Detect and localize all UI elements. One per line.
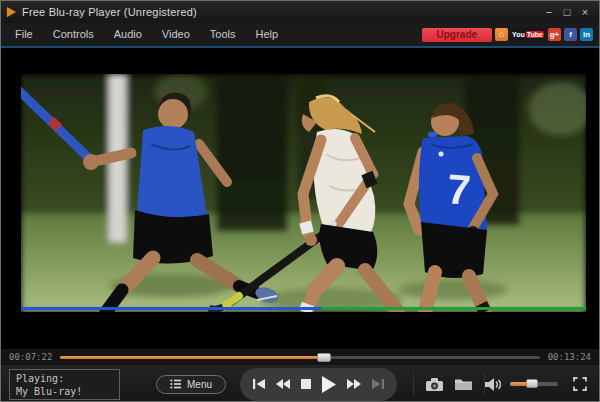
next-button[interactable] [372,379,384,389]
menu-controls[interactable]: Controls [43,23,104,46]
maximize-button[interactable]: □ [559,4,575,20]
volume-slider[interactable] [510,382,558,386]
menu-audio[interactable]: Audio [104,23,152,46]
speaker-icon[interactable] [485,378,501,391]
artifact-line-green [321,307,586,310]
title-bar: Free Blu-ray Player (Unregistered) − □ × [1,1,599,23]
upgrade-button[interactable]: Upgrade [422,28,493,42]
window-title: Free Blu-ray Player (Unregistered) [22,6,197,18]
fast-forward-button[interactable] [347,379,361,389]
youtube-you-label: You [512,31,525,38]
menu-file[interactable]: File [5,23,43,46]
seek-bar-fill [60,356,324,359]
menu-button-label: Menu [187,379,212,390]
facebook-icon[interactable]: f [564,28,577,41]
artifact-line-blue [21,307,321,310]
video-display-area[interactable]: 7 [1,48,599,349]
previous-button[interactable] [253,379,265,389]
stop-button[interactable] [301,379,311,389]
control-bar: Playing: My Blu-ray! Menu [1,365,599,402]
play-button[interactable] [322,376,336,393]
youtube-tube-label: Tube [526,31,544,38]
current-time: 00:07:22 [9,352,52,362]
jersey-number: 7 [446,165,473,214]
fullscreen-button[interactable] [573,377,587,391]
now-playing-label: Playing: [16,372,113,385]
seek-bar-handle[interactable] [317,353,331,362]
close-button[interactable]: × [577,4,593,20]
rewind-button[interactable] [276,379,290,389]
progress-row: 00:07:22 00:13:24 [1,349,599,365]
open-folder-button[interactable] [455,378,472,390]
total-time: 00:13:24 [548,352,591,362]
disc-menu-button[interactable]: Menu [156,375,226,394]
video-frame-field-hockey: 7 [21,74,586,312]
google-plus-icon[interactable]: g+ [548,28,561,41]
volume-handle[interactable] [526,379,538,388]
seek-bar[interactable] [60,356,539,359]
menu-tools[interactable]: Tools [200,23,246,46]
app-window: Free Blu-ray Player (Unregistered) − □ ×… [0,0,600,402]
snapshot-camera-button[interactable] [426,378,443,391]
linkedin-icon[interactable]: in [580,28,593,41]
playback-controls [240,368,397,401]
menu-video[interactable]: Video [152,23,200,46]
menu-bar-right: Upgrade ⌂ You Tube g+ f in [422,28,595,42]
menu-bar: File Controls Audio Video Tools Help Upg… [1,23,599,46]
window-controls: − □ × [541,4,593,20]
menu-help[interactable]: Help [245,23,288,46]
now-playing-box: Playing: My Blu-ray! [9,369,120,400]
minimize-button[interactable]: − [541,4,557,20]
app-logo-icon [7,7,16,17]
volume-group [485,377,591,391]
youtube-icon[interactable]: You Tube [511,28,545,41]
now-playing-title: My Blu-ray! [16,385,113,398]
tool-group [413,372,485,396]
list-icon [170,379,181,389]
home-icon[interactable]: ⌂ [495,28,508,41]
